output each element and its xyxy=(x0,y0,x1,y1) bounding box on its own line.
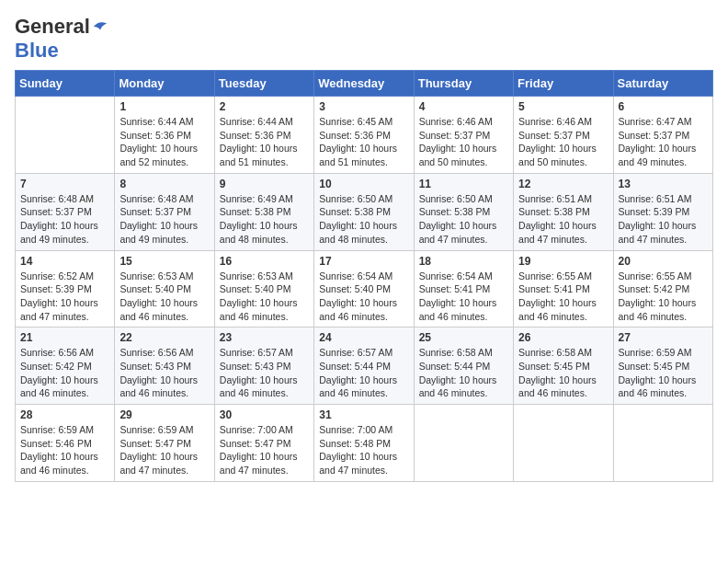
day-info: Sunrise: 6:44 AM Sunset: 5:36 PM Dayligh… xyxy=(220,115,309,169)
calendar-cell: 30Sunrise: 7:00 AM Sunset: 5:47 PM Dayli… xyxy=(214,405,313,482)
logo-general-text: General xyxy=(15,15,90,39)
logo: General Blue xyxy=(15,15,108,63)
day-info: Sunrise: 6:54 AM Sunset: 5:41 PM Dayligh… xyxy=(419,270,508,324)
calendar-cell: 22Sunrise: 6:56 AM Sunset: 5:43 PM Dayli… xyxy=(115,327,214,405)
calendar-cell: 24Sunrise: 6:57 AM Sunset: 5:44 PM Dayli… xyxy=(314,327,414,405)
column-header-friday: Friday xyxy=(514,71,613,97)
column-header-saturday: Saturday xyxy=(613,71,712,97)
day-number: 4 xyxy=(419,100,508,113)
day-info: Sunrise: 6:54 AM Sunset: 5:40 PM Dayligh… xyxy=(319,270,408,324)
day-number: 1 xyxy=(119,100,209,113)
day-info: Sunrise: 7:00 AM Sunset: 5:47 PM Dayligh… xyxy=(220,423,309,477)
day-number: 7 xyxy=(20,178,109,190)
day-info: Sunrise: 6:46 AM Sunset: 5:37 PM Dayligh… xyxy=(419,115,508,169)
logo-bird-icon xyxy=(92,18,108,35)
calendar-cell: 16Sunrise: 6:53 AM Sunset: 5:40 PM Dayli… xyxy=(214,250,313,327)
day-number: 11 xyxy=(419,178,508,190)
day-number: 6 xyxy=(619,100,708,113)
page-header: General Blue xyxy=(15,15,713,63)
day-info: Sunrise: 6:52 AM Sunset: 5:39 PM Dayligh… xyxy=(20,270,109,324)
calendar-cell: 21Sunrise: 6:56 AM Sunset: 5:42 PM Dayli… xyxy=(16,327,115,405)
day-number: 23 xyxy=(220,331,309,344)
column-header-wednesday: Wednesday xyxy=(314,71,414,97)
calendar-cell xyxy=(16,97,115,174)
day-info: Sunrise: 6:48 AM Sunset: 5:37 PM Dayligh… xyxy=(20,192,109,247)
logo-blue-text: Blue xyxy=(15,39,59,62)
day-info: Sunrise: 6:57 AM Sunset: 5:43 PM Dayligh… xyxy=(220,346,309,400)
day-number: 10 xyxy=(319,178,408,190)
day-number: 18 xyxy=(419,255,508,268)
calendar-cell: 11Sunrise: 6:50 AM Sunset: 5:38 PM Dayli… xyxy=(414,173,513,250)
calendar-cell: 2Sunrise: 6:44 AM Sunset: 5:36 PM Daylig… xyxy=(214,97,313,174)
day-info: Sunrise: 6:45 AM Sunset: 5:36 PM Dayligh… xyxy=(319,115,408,169)
calendar-cell: 18Sunrise: 6:54 AM Sunset: 5:41 PM Dayli… xyxy=(414,250,513,327)
calendar-cell: 5Sunrise: 6:46 AM Sunset: 5:37 PM Daylig… xyxy=(514,97,613,174)
calendar-cell: 3Sunrise: 6:45 AM Sunset: 5:36 PM Daylig… xyxy=(314,97,414,174)
day-info: Sunrise: 6:57 AM Sunset: 5:44 PM Dayligh… xyxy=(319,346,408,400)
day-info: Sunrise: 6:56 AM Sunset: 5:43 PM Dayligh… xyxy=(119,346,209,400)
column-header-monday: Monday xyxy=(115,71,214,97)
day-info: Sunrise: 6:50 AM Sunset: 5:38 PM Dayligh… xyxy=(419,192,508,247)
calendar-cell: 17Sunrise: 6:54 AM Sunset: 5:40 PM Dayli… xyxy=(314,250,414,327)
day-info: Sunrise: 6:56 AM Sunset: 5:42 PM Dayligh… xyxy=(20,346,109,400)
day-number: 25 xyxy=(419,331,508,344)
day-info: Sunrise: 6:59 AM Sunset: 5:46 PM Dayligh… xyxy=(20,423,109,477)
day-info: Sunrise: 6:55 AM Sunset: 5:41 PM Dayligh… xyxy=(518,270,608,324)
calendar-cell xyxy=(613,405,712,482)
calendar-week-row: 7Sunrise: 6:48 AM Sunset: 5:37 PM Daylig… xyxy=(16,173,713,250)
calendar-cell: 12Sunrise: 6:51 AM Sunset: 5:38 PM Dayli… xyxy=(514,173,613,250)
day-number: 12 xyxy=(518,178,608,190)
calendar-week-row: 21Sunrise: 6:56 AM Sunset: 5:42 PM Dayli… xyxy=(16,327,713,405)
day-info: Sunrise: 6:47 AM Sunset: 5:37 PM Dayligh… xyxy=(619,115,708,169)
day-number: 16 xyxy=(220,255,309,268)
day-info: Sunrise: 6:50 AM Sunset: 5:38 PM Dayligh… xyxy=(319,192,408,247)
calendar-cell: 6Sunrise: 6:47 AM Sunset: 5:37 PM Daylig… xyxy=(613,97,712,174)
calendar-cell: 10Sunrise: 6:50 AM Sunset: 5:38 PM Dayli… xyxy=(314,173,414,250)
calendar-cell xyxy=(514,405,613,482)
day-info: Sunrise: 6:44 AM Sunset: 5:36 PM Dayligh… xyxy=(119,115,209,169)
calendar-cell: 1Sunrise: 6:44 AM Sunset: 5:36 PM Daylig… xyxy=(115,97,214,174)
day-number: 14 xyxy=(20,255,109,268)
day-number: 15 xyxy=(119,255,209,268)
day-info: Sunrise: 6:58 AM Sunset: 5:44 PM Dayligh… xyxy=(419,346,508,400)
day-info: Sunrise: 6:53 AM Sunset: 5:40 PM Dayligh… xyxy=(220,270,309,324)
day-number: 29 xyxy=(119,408,209,421)
day-info: Sunrise: 6:58 AM Sunset: 5:45 PM Dayligh… xyxy=(518,346,608,400)
day-info: Sunrise: 6:55 AM Sunset: 5:42 PM Dayligh… xyxy=(619,270,708,324)
calendar-cell: 25Sunrise: 6:58 AM Sunset: 5:44 PM Dayli… xyxy=(414,327,513,405)
calendar-week-row: 14Sunrise: 6:52 AM Sunset: 5:39 PM Dayli… xyxy=(16,250,713,327)
calendar-week-row: 28Sunrise: 6:59 AM Sunset: 5:46 PM Dayli… xyxy=(16,405,713,482)
day-number: 24 xyxy=(319,331,408,344)
calendar-table: SundayMondayTuesdayWednesdayThursdayFrid… xyxy=(15,70,713,482)
day-number: 31 xyxy=(319,408,408,421)
calendar-cell: 14Sunrise: 6:52 AM Sunset: 5:39 PM Dayli… xyxy=(16,250,115,327)
calendar-cell: 31Sunrise: 7:00 AM Sunset: 5:48 PM Dayli… xyxy=(314,405,414,482)
calendar-cell xyxy=(414,405,513,482)
calendar-week-row: 1Sunrise: 6:44 AM Sunset: 5:36 PM Daylig… xyxy=(16,97,713,174)
calendar-cell: 27Sunrise: 6:59 AM Sunset: 5:45 PM Dayli… xyxy=(613,327,712,405)
day-number: 5 xyxy=(518,100,608,113)
day-number: 17 xyxy=(319,255,408,268)
column-header-thursday: Thursday xyxy=(414,71,513,97)
calendar-header-row: SundayMondayTuesdayWednesdayThursdayFrid… xyxy=(16,71,713,97)
calendar-cell: 28Sunrise: 6:59 AM Sunset: 5:46 PM Dayli… xyxy=(16,405,115,482)
day-info: Sunrise: 6:59 AM Sunset: 5:47 PM Dayligh… xyxy=(119,423,209,477)
day-number: 2 xyxy=(220,100,309,113)
day-number: 30 xyxy=(220,408,309,421)
day-number: 3 xyxy=(319,100,408,113)
calendar-cell: 4Sunrise: 6:46 AM Sunset: 5:37 PM Daylig… xyxy=(414,97,513,174)
calendar-cell: 8Sunrise: 6:48 AM Sunset: 5:37 PM Daylig… xyxy=(115,173,214,250)
day-info: Sunrise: 7:00 AM Sunset: 5:48 PM Dayligh… xyxy=(319,423,408,477)
calendar-cell: 26Sunrise: 6:58 AM Sunset: 5:45 PM Dayli… xyxy=(514,327,613,405)
day-number: 22 xyxy=(119,331,209,344)
column-header-sunday: Sunday xyxy=(16,71,115,97)
day-info: Sunrise: 6:48 AM Sunset: 5:37 PM Dayligh… xyxy=(119,192,209,247)
day-info: Sunrise: 6:53 AM Sunset: 5:40 PM Dayligh… xyxy=(119,270,209,324)
day-info: Sunrise: 6:51 AM Sunset: 5:39 PM Dayligh… xyxy=(619,192,708,247)
calendar-cell: 19Sunrise: 6:55 AM Sunset: 5:41 PM Dayli… xyxy=(514,250,613,327)
day-info: Sunrise: 6:49 AM Sunset: 5:38 PM Dayligh… xyxy=(220,192,309,247)
day-number: 8 xyxy=(119,178,209,190)
day-number: 13 xyxy=(619,178,708,190)
day-number: 9 xyxy=(220,178,309,190)
calendar-cell: 20Sunrise: 6:55 AM Sunset: 5:42 PM Dayli… xyxy=(613,250,712,327)
